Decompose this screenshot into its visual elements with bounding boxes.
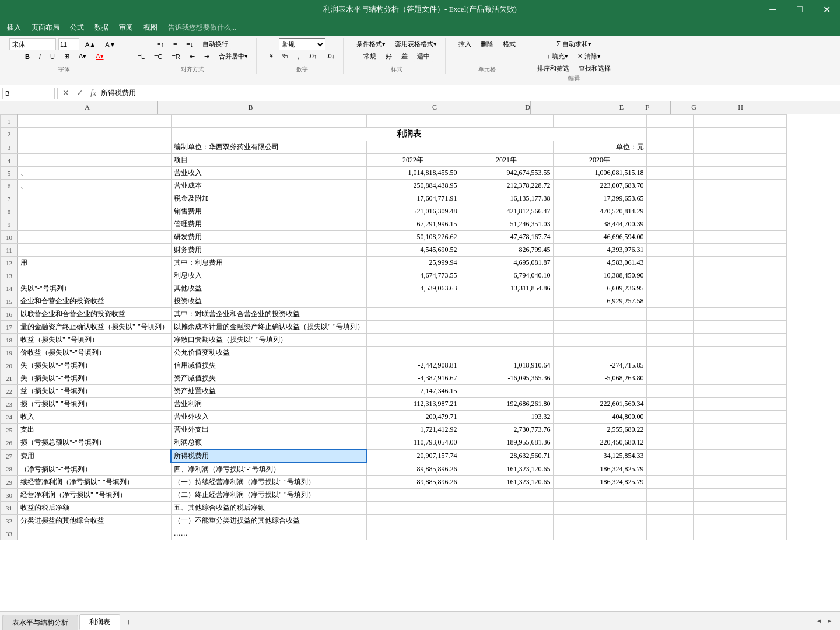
cell-b-18[interactable]: 公允价值变动收益	[171, 346, 366, 359]
cell-f-27[interactable]	[646, 463, 693, 476]
cell-d-10[interactable]: -826,799.45	[460, 244, 553, 257]
table-row[interactable]: 20失（损失以"-"号填列）信用减值损失-2,442,908.811,018,9…	[1, 359, 787, 372]
cell-g-31[interactable]	[693, 514, 740, 527]
cell-c-9[interactable]: 50,108,226.62	[366, 231, 460, 244]
increase-indent-button[interactable]: ⇥	[201, 51, 213, 61]
cell-b-7[interactable]: 销售费用	[171, 205, 366, 218]
cell-c-20[interactable]: -4,387,916.67	[366, 372, 460, 385]
cell-f-6[interactable]	[646, 192, 693, 205]
cell-d-13[interactable]: 13,311,854.86	[460, 282, 553, 295]
cell-g-15[interactable]	[693, 308, 740, 321]
cell-e-4[interactable]: 1,006,081,515.18	[553, 167, 646, 180]
col-header-f[interactable]: F	[624, 102, 671, 114]
cell-a-0[interactable]	[18, 115, 172, 128]
cell-d-27[interactable]: 161,323,120.65	[460, 463, 553, 476]
cell-f-16[interactable]	[646, 321, 693, 334]
wrap-text-button[interactable]: 自动换行	[199, 38, 232, 50]
cell-g-23[interactable]	[693, 411, 740, 424]
cell-a-17[interactable]: 收益（损失以"-"号填列）	[18, 334, 172, 346]
cell-g-21[interactable]	[693, 385, 740, 398]
table-row[interactable]: 26损（亏损总额以"-"号填列）利润总额110,793,054.00189,95…	[1, 436, 787, 450]
cell-h-30[interactable]	[740, 502, 786, 514]
cell-a-12[interactable]	[18, 270, 172, 282]
cell-b-9[interactable]: 研发费用	[171, 231, 366, 244]
cell-b-22[interactable]: 营业利润	[171, 398, 366, 411]
cell-name-box[interactable]	[2, 88, 55, 99]
cell-d-9[interactable]: 47,478,167.74	[460, 231, 553, 244]
find-select-button[interactable]: 查找和选择	[575, 63, 614, 74]
cell-e-7[interactable]: 470,520,814.29	[553, 205, 646, 218]
tab-analysis[interactable]: 表水平与结构分析	[2, 615, 78, 630]
cell-a-26[interactable]: 费用	[18, 449, 172, 463]
cell-c-22[interactable]: 112,313,987.21	[366, 398, 460, 411]
cell-c-19[interactable]: -2,442,908.81	[366, 359, 460, 372]
table-row[interactable]: 28（净亏损以"-"号填列）四、净利润（净亏损以"-"号填列）89,885,89…	[1, 463, 787, 476]
format-as-table-button[interactable]: 套用表格格式▾	[391, 38, 440, 50]
cell-b-5[interactable]: 营业成本	[171, 180, 366, 192]
cell-h-4[interactable]	[740, 167, 786, 180]
scroll-right-icon[interactable]: ►	[827, 617, 833, 624]
percent-button[interactable]: %	[279, 51, 292, 61]
cell-f-17[interactable]	[646, 334, 693, 346]
cell-d-17[interactable]	[460, 334, 553, 346]
cell-a-20[interactable]: 失（损失以"-"号填列）	[18, 372, 172, 385]
bold-button[interactable]: B	[22, 52, 33, 61]
comma-button[interactable]: ,	[294, 51, 303, 61]
cell-e-25[interactable]: 220,450,680.12	[553, 436, 646, 450]
cell-h-16[interactable]	[740, 321, 786, 334]
cell-d-30[interactable]	[460, 502, 553, 514]
cell-g-12[interactable]	[693, 270, 740, 282]
cell-d-18[interactable]	[460, 346, 553, 359]
align-center-button[interactable]: ≡C	[150, 52, 166, 61]
cell-a-29[interactable]: 经营净利润（净亏损以"-"号填列）	[18, 489, 172, 502]
cell-b-29[interactable]: （二）终止经营净利润（净亏损以"-"号填列）	[171, 489, 366, 502]
cell-d-4[interactable]: 942,674,553.55	[460, 167, 553, 180]
cell-a-32[interactable]	[18, 527, 172, 540]
minimize-button[interactable]: ─	[760, 0, 786, 19]
cell-h-20[interactable]	[740, 372, 786, 385]
cell-h-22[interactable]	[740, 398, 786, 411]
cell-d-19[interactable]: 1,018,910.64	[460, 359, 553, 372]
menu-formula[interactable]: 公式	[65, 20, 89, 35]
cell-c-32[interactable]	[366, 527, 460, 540]
cell-b-12[interactable]: 利息收入	[171, 270, 366, 282]
table-row[interactable]: 2利润表	[1, 128, 787, 141]
cell-c-25[interactable]: 110,793,054.00	[366, 436, 460, 450]
cell-a-8[interactable]	[18, 218, 172, 231]
cell-g-8[interactable]	[693, 218, 740, 231]
col-header-g[interactable]: G	[671, 102, 718, 114]
cell-g-5[interactable]	[693, 180, 740, 192]
cell-a-28[interactable]: 续经营净利润（净亏损以"-"号填列）	[18, 476, 172, 489]
cell-h-32[interactable]	[740, 527, 786, 540]
cell-e-14[interactable]: 6,929,257.58	[553, 295, 646, 308]
cell-e-26[interactable]: 34,125,854.33	[553, 449, 646, 463]
table-row[interactable]: 4项目2022年2021年2020年	[1, 154, 787, 167]
cell-c-11[interactable]: 25,999.94	[366, 257, 460, 270]
cell-d-7[interactable]: 421,812,566.47	[460, 205, 553, 218]
font-size-input[interactable]	[58, 38, 79, 50]
fill-button[interactable]: ↓ 填充▾	[544, 51, 572, 62]
cell-b-21[interactable]: 资产处置收益	[171, 385, 366, 398]
cell-g-20[interactable]	[693, 372, 740, 385]
cell-b-6[interactable]: 税金及附加	[171, 192, 366, 205]
cell-c-14[interactable]	[366, 295, 460, 308]
close-button[interactable]: ✕	[813, 0, 840, 19]
cell-e-16[interactable]	[553, 321, 646, 334]
table-row[interactable]: 33……	[1, 527, 787, 540]
cell-g-10[interactable]	[693, 244, 740, 257]
cell-a-4[interactable]: 、	[18, 167, 172, 180]
cell-d-15[interactable]	[460, 308, 553, 321]
table-row[interactable]: 16以联营企业和合营企业的投资收益其中：对联营企业和合营企业的投资收益	[1, 308, 787, 321]
cell-c[interactable]	[366, 141, 460, 154]
cell-b-15[interactable]: 其中：对联营企业和合营企业的投资收益	[171, 308, 366, 321]
cell-f-20[interactable]	[646, 372, 693, 385]
cell-h-17[interactable]	[740, 334, 786, 346]
cell-d-11[interactable]: 4,695,081.87	[460, 257, 553, 270]
cell-a-18[interactable]: 价收益（损失以"-"号填列）	[18, 346, 172, 359]
cell-b-25[interactable]: 利润总额	[171, 436, 366, 450]
spreadsheet-area[interactable]: 12利润表3编制单位：华西双斧药业有限公司单位：元4项目2022年2021年20…	[0, 114, 840, 615]
confirm-formula-icon[interactable]: ✓	[74, 88, 86, 98]
cell-f-5[interactable]	[646, 180, 693, 192]
align-top-button[interactable]: ≡↑	[153, 40, 167, 49]
cell-f-19[interactable]	[646, 359, 693, 372]
